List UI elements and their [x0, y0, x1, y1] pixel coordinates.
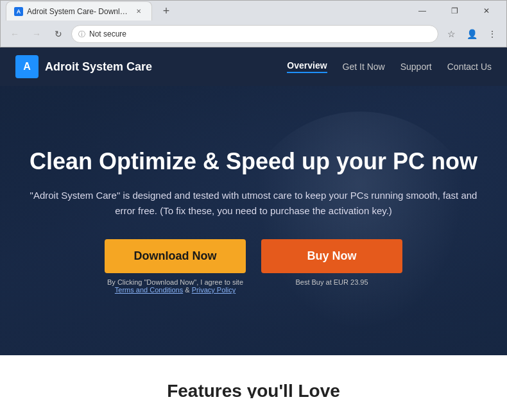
buy-price-text: Best Buy at EUR 23.95 [295, 278, 368, 286]
hero-content: Clean Optimize & Speed up your PC now "A… [29, 147, 478, 294]
toolbar-icons: ☆ 👤 ⋮ [442, 25, 501, 43]
minimize-button[interactable]: — [408, 2, 437, 20]
brand: A Adroit System Care [15, 55, 152, 78]
page-content: A Adroit System Care Overview Get It Now… [0, 47, 507, 398]
download-terms-text: By Clicking "Download Now", I agree to s… [107, 278, 243, 294]
buy-btn-group: Buy Now Best Buy at EUR 23.95 [261, 239, 402, 286]
terms-link[interactable]: Terms and Conditions [115, 286, 183, 294]
buy-now-button[interactable]: Buy Now [261, 239, 402, 273]
address-bar-row: ← → ↻ ⓘ Not secure ☆ 👤 ⋮ [1, 21, 506, 47]
and-text: & [185, 286, 191, 294]
download-agree-text: By Clicking "Download Now", I agree to s… [107, 278, 243, 286]
features-title: Features you'll Love [26, 381, 481, 398]
nav-contact-us[interactable]: Contact Us [447, 62, 492, 72]
site-navbar: A Adroit System Care Overview Get It Now… [0, 47, 507, 86]
title-bar: A Adroit System Care- Download … ✕ + — ❐… [1, 1, 506, 21]
window-controls: — ❐ ✕ [408, 2, 501, 20]
new-tab-button[interactable]: + [157, 2, 175, 20]
close-button[interactable]: ✕ [472, 2, 501, 20]
bookmark-icon[interactable]: ☆ [442, 25, 460, 43]
nav-links: Overview Get It Now Support Contact Us [287, 60, 492, 73]
address-bar[interactable]: ⓘ Not secure [71, 25, 438, 43]
back-button[interactable]: ← [6, 25, 24, 43]
refresh-button[interactable]: ↻ [49, 25, 67, 43]
security-icon: ⓘ [78, 29, 85, 39]
close-tab-button[interactable]: ✕ [133, 6, 144, 17]
account-icon[interactable]: 👤 [463, 25, 481, 43]
hero-section: Clean Optimize & Speed up your PC now "A… [0, 86, 507, 355]
nav-support[interactable]: Support [400, 62, 432, 72]
hero-buttons: Download Now By Clicking "Download Now",… [29, 239, 478, 294]
brand-logo: A [15, 55, 39, 78]
url-text: Not secure [89, 29, 126, 38]
browser-window: A Adroit System Care- Download … ✕ + — ❐… [0, 0, 507, 47]
hero-title: Clean Optimize & Speed up your PC now [29, 147, 478, 175]
forward-button[interactable]: → [28, 25, 46, 43]
download-btn-group: Download Now By Clicking "Download Now",… [105, 239, 246, 294]
menu-icon[interactable]: ⋮ [483, 25, 501, 43]
nav-get-it-now[interactable]: Get It Now [343, 62, 385, 72]
download-now-button[interactable]: Download Now [105, 239, 246, 273]
browser-tab[interactable]: A Adroit System Care- Download … ✕ [6, 1, 152, 21]
restore-button[interactable]: ❐ [440, 2, 469, 20]
brand-name: Adroit System Care [45, 60, 152, 74]
tab-favicon: A [14, 7, 23, 16]
hero-description: "Adroit System Care" is designed and tes… [29, 188, 478, 219]
nav-overview[interactable]: Overview [287, 60, 327, 73]
privacy-link[interactable]: Privacy Policy [192, 286, 236, 294]
features-section: Features you'll Love With Adroit System … [0, 355, 507, 398]
tab-title: Adroit System Care- Download … [27, 7, 130, 16]
